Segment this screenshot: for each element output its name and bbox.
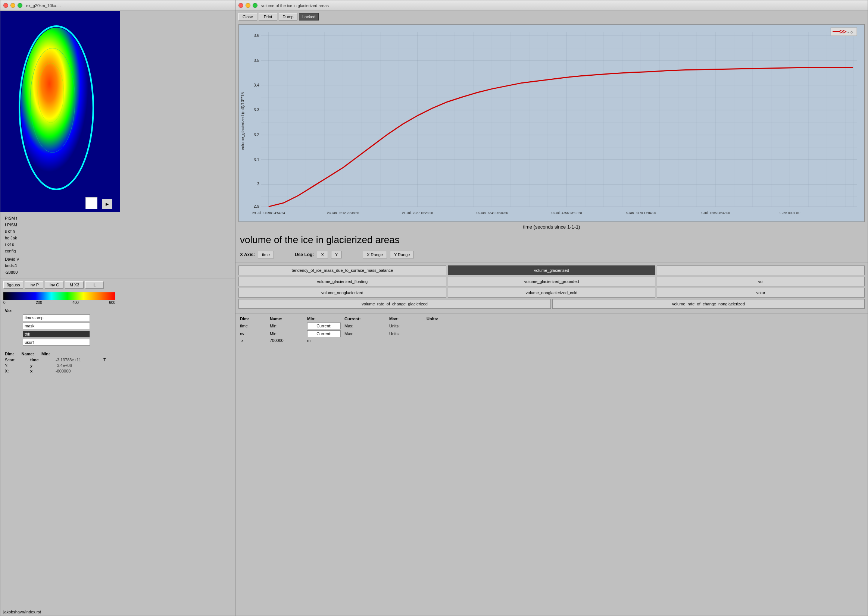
rdim-x-unit: m	[307, 338, 345, 343]
locked-button[interactable]: Locked	[299, 13, 319, 20]
var-field-timestamp[interactable]: timestamp	[23, 314, 90, 321]
rdim-x-name: -x-	[240, 338, 270, 343]
svg-rect-7	[239, 25, 864, 222]
svg-text:3.1: 3.1	[254, 157, 259, 162]
var-label: Var:	[5, 308, 20, 313]
var-btn-extra-1[interactable]	[657, 266, 865, 275]
svg-text:8-Jan--3170 17:04:00: 8-Jan--3170 17:04:00	[626, 211, 656, 215]
rdim-col-current: Current:	[345, 317, 389, 321]
svg-text:3.5: 3.5	[254, 58, 259, 63]
colorbar-labels: 0 200 400 600	[3, 300, 115, 305]
btn-3gauss[interactable]: 3gauss	[3, 281, 23, 289]
var-field-thk[interactable]: thk	[23, 331, 90, 338]
rdim-nv-max-label: Max:	[345, 332, 389, 336]
dim-scan-row: Scan: time -3.13783e+11 T	[5, 358, 230, 362]
close-btn[interactable]	[3, 3, 8, 8]
rdim-x-row: -x- 700000 m	[240, 338, 863, 343]
rdim-col-min: Min:	[307, 317, 345, 321]
svg-text:3.6: 3.6	[254, 33, 259, 38]
rdim-nv-units-label: Units:	[389, 332, 427, 336]
svg-text:3: 3	[257, 182, 259, 186]
coords-line: bnds:1	[5, 262, 230, 269]
svg-text:3.3: 3.3	[254, 107, 259, 112]
rdim-time-max-label: Max:	[345, 324, 389, 328]
x-range-btn[interactable]: X Range	[363, 251, 387, 258]
rdim-nv-min-label: Min:	[270, 332, 307, 336]
var-section: Var: timestamp mask thk usurf	[0, 306, 235, 349]
var-btn-vg-grounded[interactable]: volume_glacierized_grounded	[448, 277, 656, 286]
separator-1	[235, 262, 868, 262]
right-close-btn[interactable]	[238, 3, 243, 8]
var-btn-vrc-nonglac[interactable]: volume_rate_of_change_nonglacierized	[552, 299, 865, 309]
rdim-time-name: time	[240, 324, 270, 328]
x-axis-title: time (seconds since 1-1-1)	[235, 223, 868, 231]
x-label: X:	[5, 369, 27, 373]
svg-text:13-Jul--4756 23:19:28: 13-Jul--4756 23:19:28	[551, 211, 582, 215]
svg-text:3.2: 3.2	[254, 132, 259, 137]
var-row-2: mask	[5, 322, 230, 329]
bottom-text: jakobshavn/Index.rst	[3, 610, 41, 614]
min-btn[interactable]	[11, 3, 15, 8]
map-display: ▶	[0, 11, 120, 212]
var-btn-vol[interactable]: vol	[657, 277, 865, 286]
info-panel: PISM t f PISM s of h he Jak r of s confi…	[0, 212, 235, 278]
var-btn-vng-cold[interactable]: volume_nonglacierized_cold	[448, 288, 656, 297]
rdim-col-max: Max:	[389, 317, 427, 321]
right-max-btn[interactable]	[253, 3, 257, 8]
var-buttons-section: tendency_of_ice_mass_due_to_surface_mass…	[235, 264, 868, 312]
btn-mx3[interactable]: M X3	[65, 281, 83, 289]
svg-point-3	[21, 28, 92, 188]
y-label: Y:	[5, 363, 27, 368]
dump-button[interactable]: Dump	[279, 13, 298, 20]
dim-section: Dim: Name: Min: Scan: time -3.13783e+11 …	[0, 349, 235, 377]
print-button[interactable]: Print	[258, 13, 277, 20]
var-btn-vrc-glac[interactable]: volume_rate_of_change_glacierized	[238, 299, 551, 309]
var-field-usurf[interactable]: usurf	[23, 339, 90, 346]
dim-col-dim: Dim:	[5, 352, 14, 356]
var-btn-row-1: tendency_of_ice_mass_due_to_surface_mass…	[238, 266, 865, 275]
btn-inv-c[interactable]: Inv C	[45, 281, 63, 289]
var-row-3: thk	[5, 331, 230, 338]
bottom-bar: jakobshavn/Index.rst	[0, 608, 235, 616]
var-btn-vg-floating[interactable]: volume_glacierized_floating	[238, 277, 446, 286]
y-name: y	[30, 363, 53, 368]
colorbar-min: 0	[3, 300, 6, 305]
y-min: -3.4e+06	[56, 363, 100, 368]
right-dim-header: Dim: Name: Min: Current: Max: Units:	[240, 317, 863, 321]
right-dim-section: Dim: Name: Min: Current: Max: Units: tim…	[235, 315, 868, 345]
dim-col-name: Name:	[21, 352, 34, 356]
chart-svg: 3.6 3.5 3.4 3.3 3.2 3.1 3 2.9 volume_gla…	[239, 25, 864, 222]
close-button[interactable]: Close	[238, 13, 257, 20]
log-x-btn[interactable]: X	[317, 251, 328, 258]
x-axis-label: X Axis:	[240, 252, 255, 257]
x-axis-value-btn[interactable]: time	[258, 251, 274, 258]
var-btn-tendency[interactable]: tendency_of_ice_mass_due_to_surface_mass…	[238, 266, 446, 275]
var-field-mask[interactable]: mask	[23, 322, 90, 329]
btn-l[interactable]: L	[85, 281, 104, 289]
rdim-col-name: Name:	[270, 317, 307, 321]
max-btn[interactable]	[17, 3, 22, 8]
chart-area: 3.6 3.5 3.4 3.3 3.2 3.1 3 2.9 volume_gla…	[238, 24, 865, 222]
var-btn-row-2: volume_glacierized_floating volume_glaci…	[238, 277, 865, 286]
y-range-btn[interactable]: Y Range	[390, 251, 414, 258]
rdim-nv-current-btn[interactable]: Current:	[307, 330, 341, 337]
right-window-title: volume of the ice in glacierized areas	[261, 3, 329, 8]
var-btn-vng[interactable]: volume_nonglacierized	[238, 288, 446, 297]
play-button[interactable]: ▶	[102, 199, 112, 209]
btn-inv-p[interactable]: Inv P	[25, 281, 43, 289]
x-name: x	[30, 369, 53, 373]
var-row-4: usurf	[5, 339, 230, 346]
var-btn-volur[interactable]: volur	[657, 288, 865, 297]
author-line: David V	[5, 256, 230, 263]
colorbar-mid2: 400	[72, 300, 79, 305]
rdim-col-dim: Dim:	[240, 317, 270, 321]
dim-header: Dim: Name: Min:	[5, 352, 230, 356]
info-line-6: r of s	[5, 241, 230, 248]
rdim-col-units: Units:	[427, 317, 471, 321]
var-btn-volume-glacierized[interactable]: volume_glacierized	[448, 266, 656, 275]
log-y-btn[interactable]: Y	[331, 251, 342, 258]
separator-2	[235, 313, 868, 314]
rdim-time-current-btn[interactable]: Current:	[307, 322, 341, 329]
svg-text:21-Jul--7927 16:23:28: 21-Jul--7927 16:23:28	[402, 211, 433, 215]
right-min-btn[interactable]	[246, 3, 250, 8]
